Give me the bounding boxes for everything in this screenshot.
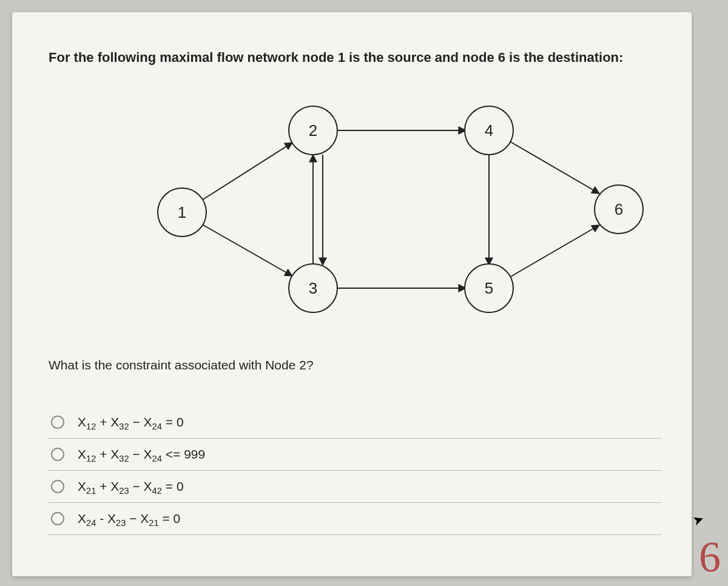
svg-text:1: 1 xyxy=(178,203,186,221)
node-2: 2 xyxy=(289,106,337,155)
option-d[interactable]: X24 - X23 − X21 = 0 xyxy=(49,503,661,535)
svg-text:4: 4 xyxy=(485,121,493,140)
svg-text:3: 3 xyxy=(309,279,317,297)
radio-icon[interactable] xyxy=(51,512,64,525)
option-b[interactable]: X12 + X32 − X24 <= 999 xyxy=(49,439,661,471)
svg-line-0 xyxy=(199,143,292,202)
svg-text:5: 5 xyxy=(485,279,493,297)
svg-line-1 xyxy=(199,223,292,276)
cursor-icon: ➤ xyxy=(690,511,706,530)
svg-text:6: 6 xyxy=(615,200,623,218)
options-list: X12 + X32 − X24 = 0 X12 + X32 − X24 <= 9… xyxy=(49,406,661,535)
option-text: X12 + X32 − X24 = 0 xyxy=(78,415,184,429)
option-text: X21 + X23 − X42 = 0 xyxy=(78,479,184,494)
option-text: X12 + X32 − X24 <= 999 xyxy=(78,447,205,462)
svg-line-6 xyxy=(510,141,599,194)
radio-icon[interactable] xyxy=(51,416,64,429)
option-c[interactable]: X21 + X23 − X42 = 0 xyxy=(49,471,661,503)
node-6: 6 xyxy=(595,185,643,234)
radio-icon[interactable] xyxy=(51,448,64,461)
sub-question: What is the constraint associated with N… xyxy=(49,358,314,372)
question-card: For the following maximal flow network n… xyxy=(12,12,692,576)
option-a[interactable]: X12 + X32 − X24 = 0 xyxy=(49,406,661,439)
node-5: 5 xyxy=(465,264,513,312)
question-stem: For the following maximal flow network n… xyxy=(49,49,625,67)
svg-text:2: 2 xyxy=(309,121,317,140)
node-1: 1 xyxy=(158,188,206,237)
svg-line-7 xyxy=(510,225,599,277)
node-3: 3 xyxy=(289,264,337,312)
node-4: 4 xyxy=(465,106,513,155)
option-text: X24 - X23 − X21 = 0 xyxy=(78,511,180,526)
network-diagram: 1 2 3 4 5 6 xyxy=(97,94,655,318)
radio-icon[interactable] xyxy=(51,480,64,493)
page-number: 6 xyxy=(699,532,721,582)
